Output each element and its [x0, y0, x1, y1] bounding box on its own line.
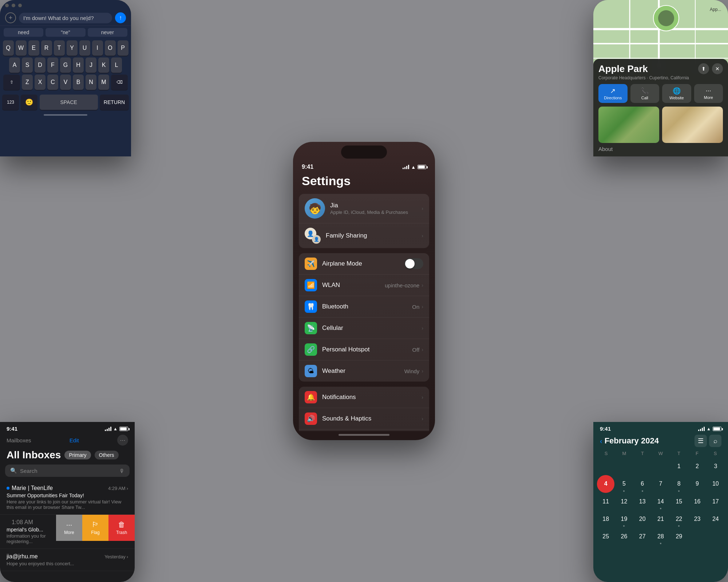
maps-call-button[interactable]: 📞 Call [630, 84, 660, 103]
cal-day-5[interactable]: 5 [615, 475, 633, 493]
key-f[interactable]: f [47, 57, 58, 73]
key-c[interactable]: c [47, 75, 58, 90]
key-e[interactable]: e [28, 40, 39, 56]
key-p[interactable]: p [118, 40, 128, 56]
cal-day-7[interactable]: 7 [652, 475, 669, 493]
key-space[interactable]: space [40, 95, 98, 110]
cal-day-24[interactable]: 24 [707, 510, 724, 528]
key-l[interactable]: l [111, 57, 122, 73]
cal-day-4-today[interactable]: 4 [597, 475, 614, 493]
key-q[interactable]: q [3, 40, 14, 56]
key-delete[interactable]: ⌫ [111, 75, 128, 90]
message-input-bar[interactable]: + I'm down! What do you ne|d? ↑ [0, 9, 131, 25]
cal-day-3[interactable]: 3 [707, 458, 724, 475]
mail-trash-action[interactable]: 🗑 Trash [108, 515, 135, 541]
settings-notifications-row[interactable]: 🔔 Notifications › [299, 387, 429, 408]
cal-day-29[interactable]: 29 [670, 528, 688, 545]
key-n[interactable]: n [86, 75, 96, 90]
cal-day-28[interactable]: 28 [652, 528, 669, 545]
key-h[interactable]: h [73, 57, 84, 73]
mail-item-3[interactable]: jia@jrhu.me Yesterday › Hope you enjoyed… [0, 549, 135, 571]
maps-more-button[interactable]: ··· More [694, 84, 723, 103]
maps-directions-button[interactable]: ↗ Directions [598, 84, 628, 103]
cal-day-26[interactable]: 26 [615, 528, 633, 545]
mail-edit-button[interactable]: Edit [70, 437, 79, 443]
cal-day-21[interactable]: 21 [652, 510, 669, 528]
settings-focus-row[interactable]: 🌙 Focus › [299, 430, 429, 431]
key-u[interactable]: u [79, 40, 90, 56]
key-y[interactable]: y [67, 40, 78, 56]
key-shift[interactable]: ⇧ [3, 75, 20, 90]
mail-mailboxes-link[interactable]: Mailboxes [7, 437, 31, 443]
settings-hotspot-row[interactable]: 🔗 Personal Hotspot Off › [299, 339, 429, 360]
key-v[interactable]: v [60, 75, 71, 90]
mail-more-button[interactable]: ··· [117, 435, 128, 446]
suggestion-3[interactable]: never [88, 28, 127, 37]
cal-day-2[interactable]: 2 [688, 458, 706, 475]
cal-day-1[interactable]: 1 [670, 458, 688, 475]
settings-content[interactable]: 🧒 Jia Apple ID, iCloud, Media & Purchase… [293, 194, 435, 431]
mail-search-bar[interactable]: 🔍 Search 🎙 [5, 465, 130, 477]
key-return[interactable]: return [100, 95, 129, 110]
cal-day-27[interactable]: 27 [634, 528, 651, 545]
cal-day-19[interactable]: 19 [615, 510, 633, 528]
key-m[interactable]: m [98, 75, 109, 90]
cal-day-20[interactable]: 20 [634, 510, 651, 528]
settings-wlan-row[interactable]: 📶 WLAN upinthe-ozone › [299, 275, 429, 296]
cal-view-toggle[interactable]: ☰ [695, 435, 707, 447]
key-numbers[interactable]: 123 [2, 95, 19, 110]
airplane-toggle[interactable] [404, 258, 423, 269]
cal-day-15[interactable]: 15 [670, 493, 688, 510]
mail-item-1[interactable]: Marie | TeenLife 4:29 AM › Summer Opport… [0, 481, 135, 515]
cal-day-25[interactable]: 25 [597, 528, 614, 545]
key-x[interactable]: x [35, 75, 46, 90]
mail-primary-tab[interactable]: Primary [64, 451, 91, 459]
key-d[interactable]: d [35, 57, 46, 73]
add-attachment-button[interactable]: + [5, 12, 16, 23]
mail-mic-icon[interactable]: 🎙 [119, 468, 124, 474]
cal-search-button[interactable]: ⌕ [709, 435, 721, 447]
cal-day-22[interactable]: 22 [670, 510, 688, 528]
key-o[interactable]: o [105, 40, 116, 56]
key-k[interactable]: k [98, 57, 109, 73]
key-b[interactable]: b [73, 75, 84, 90]
mail-flag-action[interactable]: 🏳 Flag [82, 515, 108, 541]
maps-photo-2[interactable] [662, 107, 723, 143]
cal-day-18[interactable]: 18 [597, 510, 614, 528]
cal-day-6[interactable]: 6 [634, 475, 651, 493]
cal-day-10[interactable]: 10 [707, 475, 724, 493]
settings-family-row[interactable]: 👤 👤 Family Sharing › [299, 223, 429, 248]
key-r[interactable]: r [41, 40, 52, 56]
message-text-input[interactable]: I'm down! What do you ne|d? [19, 13, 112, 23]
settings-airplane-row[interactable]: ✈️ Airplane Mode [299, 253, 429, 275]
cal-day-11[interactable]: 11 [597, 493, 614, 510]
suggestion-2[interactable]: "ne" [46, 28, 85, 37]
key-a[interactable]: a [9, 57, 20, 73]
cal-day-16[interactable]: 16 [688, 493, 706, 510]
settings-bluetooth-row[interactable]: 🦷 Bluetooth On › [299, 296, 429, 318]
key-t[interactable]: t [54, 40, 65, 56]
maps-photo-1[interactable] [598, 107, 659, 143]
maps-share-button[interactable]: ⬆ [698, 63, 709, 74]
maps-website-button[interactable]: 🌐 Website [662, 84, 691, 103]
key-j[interactable]: j [86, 57, 96, 73]
settings-user-row[interactable]: 🧒 Jia Apple ID, iCloud, Media & Purchase… [299, 194, 429, 223]
settings-cellular-row[interactable]: 📡 Cellular › [299, 318, 429, 339]
cal-day-13[interactable]: 13 [634, 493, 651, 510]
mail-more-action[interactable]: ··· More [56, 515, 82, 541]
key-i[interactable]: i [92, 40, 103, 56]
cal-prev-button[interactable]: ‹ [600, 437, 602, 445]
key-z[interactable]: z [22, 75, 33, 90]
key-s[interactable]: s [22, 57, 33, 73]
cal-day-12[interactable]: 12 [615, 493, 633, 510]
mail-others-tab[interactable]: Others [95, 451, 119, 459]
cal-day-9[interactable]: 9 [688, 475, 706, 493]
send-message-button[interactable]: ↑ [115, 12, 126, 23]
settings-sounds-row[interactable]: 🔊 Sounds & Haptics › [299, 408, 429, 430]
cal-day-17[interactable]: 17 [707, 493, 724, 510]
suggestion-1[interactable]: need [4, 28, 43, 37]
cal-day-14[interactable]: 14 [652, 493, 669, 510]
cal-day-8[interactable]: 8 [670, 475, 688, 493]
settings-weather-row[interactable]: 🌤 Weather Windy › [299, 360, 429, 382]
key-emoji[interactable]: 🙂 [21, 95, 37, 110]
